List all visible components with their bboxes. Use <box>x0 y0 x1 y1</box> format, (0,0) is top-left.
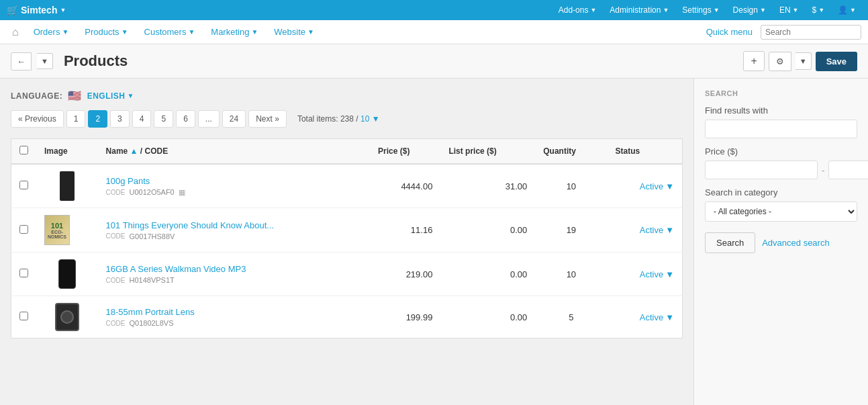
row-list-price-cell: 0.00 <box>440 296 535 339</box>
product-image <box>44 171 90 201</box>
code-edit-icon[interactable]: ▦ <box>179 188 185 197</box>
row-list-price-cell: 0.00 <box>440 253 535 296</box>
price-label: Price ($) <box>705 146 857 156</box>
product-name-link[interactable]: 100g Pants <box>106 176 150 186</box>
nav-design[interactable]: Design ▼ <box>728 0 771 20</box>
row-list-price-cell: 31.00 <box>440 164 535 208</box>
language-selector[interactable]: English ▼ <box>87 91 134 101</box>
row-checkbox-3[interactable] <box>19 312 28 320</box>
find-results-label: Find results with <box>705 105 857 116</box>
product-name-link[interactable]: 18-55mm Portrait Lens <box>106 307 195 317</box>
product-code: CODE H0148VPS1T <box>106 276 362 284</box>
status-active-badge[interactable]: Active ▼ <box>616 225 674 235</box>
nav-marketing[interactable]: Marketing ▼ <box>204 20 264 44</box>
row-image-cell <box>36 296 98 339</box>
row-quantity-cell: 5 <box>535 296 607 339</box>
admin-caret-icon: ▼ <box>663 7 669 13</box>
row-checkbox-cell <box>11 208 37 253</box>
page-4-button[interactable]: 4 <box>132 110 152 128</box>
category-select[interactable]: - All categories - <box>705 201 857 222</box>
back-button[interactable]: ← <box>11 52 32 71</box>
select-all-checkbox[interactable] <box>19 146 28 154</box>
price-range: - <box>705 161 857 179</box>
nav-user[interactable]: 👤 ▼ <box>832 0 861 20</box>
home-button[interactable]: ⌂ <box>7 26 24 38</box>
page-2-button[interactable]: 2 <box>88 110 107 128</box>
search-section-title: SEARCH <box>705 89 857 97</box>
status-active-badge[interactable]: Active ▼ <box>616 312 674 322</box>
nav-products[interactable]: Products ▼ <box>78 20 134 44</box>
products-table: Image Name ▲ / CODE Price ($) List price… <box>11 138 683 339</box>
row-checkbox-cell <box>11 253 37 296</box>
nav-customers[interactable]: Customers ▼ <box>138 20 202 44</box>
next-page-button[interactable]: Next » <box>248 110 287 128</box>
page-6-button[interactable]: 6 <box>176 110 195 128</box>
product-name-link[interactable]: 101 Things Everyone Should Know About... <box>106 220 275 230</box>
price-dash: - <box>822 165 824 175</box>
row-checkbox-2[interactable] <box>19 269 28 277</box>
gear-button[interactable]: ⚙ <box>769 52 791 71</box>
nav-lang[interactable]: EN ▼ <box>774 0 804 20</box>
top-bar-left: 🛒 Simtech ▼ <box>7 5 66 15</box>
table-row: 101ECO-NOMICS 101 Things Everyone Should… <box>11 208 683 253</box>
product-code: CODE Q01802L8VS <box>106 319 362 327</box>
prev-page-button[interactable]: « Previous <box>11 110 64 128</box>
category-label: Search in category <box>705 187 857 197</box>
page-3-button[interactable]: 3 <box>110 110 130 128</box>
row-price-cell: 199.99 <box>370 296 440 339</box>
customers-caret-icon: ▼ <box>188 28 195 36</box>
row-price-cell: 4444.00 <box>370 164 440 208</box>
page-1-button[interactable]: 1 <box>66 110 86 128</box>
product-image <box>44 259 90 289</box>
price-from-input[interactable] <box>705 161 818 179</box>
brand-logo[interactable]: 🛒 Simtech ▼ <box>7 5 66 15</box>
add-product-button[interactable]: + <box>743 51 764 71</box>
page-header: ← ▼ Products + ⚙ ▼ Save <box>0 44 868 79</box>
back-dropdown-button[interactable]: ▼ <box>37 53 53 69</box>
page-ellipsis-button[interactable]: ... <box>198 110 220 128</box>
save-button[interactable]: Save <box>816 52 857 71</box>
advanced-search-button[interactable]: Advanced search <box>762 238 829 248</box>
nav-orders[interactable]: Orders ▼ <box>27 20 76 44</box>
total-items: Total items: 238 / 10 ▼ <box>297 114 380 124</box>
nav-administration[interactable]: Administration ▼ <box>604 0 674 20</box>
content-area: LANGUAGE: 🇺🇸 English ▼ « Previous 1 2 3 … <box>0 79 693 405</box>
product-code: CODE G0017HS88V <box>106 232 362 240</box>
row-image-cell <box>36 253 98 296</box>
status-active-badge[interactable]: Active ▼ <box>616 181 674 191</box>
product-name-link[interactable]: 16GB A Series Walkman Video MP3 <box>106 264 246 274</box>
row-checkbox-1[interactable] <box>19 225 28 234</box>
per-page-selector[interactable]: 10 ▼ <box>360 114 380 124</box>
addons-caret-icon: ▼ <box>590 7 596 13</box>
row-checkbox-cell <box>11 296 37 339</box>
page-24-button[interactable]: 24 <box>222 110 246 128</box>
website-caret-icon: ▼ <box>307 28 314 36</box>
language-bar: LANGUAGE: 🇺🇸 English ▼ <box>11 89 683 102</box>
design-caret-icon: ▼ <box>760 7 766 13</box>
nav-settings[interactable]: Settings ▼ <box>677 0 724 20</box>
quick-menu-link[interactable]: Quick menu <box>706 27 753 37</box>
search-button[interactable]: Search <box>705 232 755 253</box>
row-status-cell: Active ▼ <box>608 253 683 296</box>
row-image-cell: 101ECO-NOMICS <box>36 208 98 253</box>
nav-website[interactable]: Website ▼ <box>267 20 321 44</box>
status-caret-icon: ▼ <box>665 312 674 322</box>
page-5-button[interactable]: 5 <box>154 110 173 128</box>
row-name-cell: 101 Things Everyone Should Know About...… <box>98 208 370 253</box>
list-price-header: List price ($) <box>440 139 535 165</box>
row-quantity-cell: 10 <box>535 164 607 208</box>
status-caret-icon: ▼ <box>665 181 674 191</box>
price-to-input[interactable] <box>828 161 868 179</box>
main-layout: LANGUAGE: 🇺🇸 English ▼ « Previous 1 2 3 … <box>0 79 868 405</box>
status-active-badge[interactable]: Active ▼ <box>616 269 674 279</box>
status-caret-icon: ▼ <box>665 225 674 235</box>
table-header-row: Image Name ▲ / CODE Price ($) List price… <box>11 139 683 165</box>
search-input[interactable] <box>761 25 861 40</box>
nav-currency[interactable]: $ ▼ <box>806 0 830 20</box>
marketing-caret-icon: ▼ <box>251 28 258 36</box>
row-checkbox-0[interactable] <box>19 181 28 189</box>
nav-addons[interactable]: Add-ons ▼ <box>553 0 602 20</box>
find-results-input[interactable] <box>705 120 857 138</box>
second-nav-bar: ⌂ Orders ▼ Products ▼ Customers ▼ Market… <box>0 20 868 44</box>
gear-dropdown-button[interactable]: ▼ <box>795 52 812 70</box>
